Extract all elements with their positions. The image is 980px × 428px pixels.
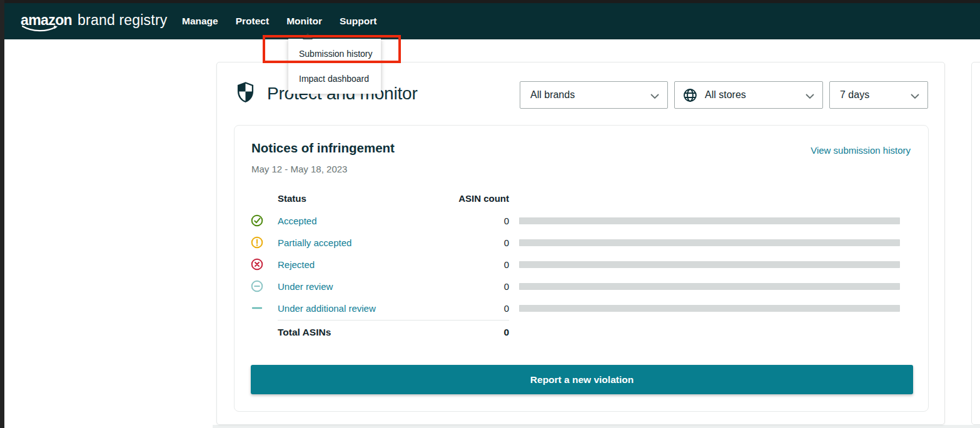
total-asins-label: Total ASINs xyxy=(278,327,331,338)
globe-icon xyxy=(683,88,697,102)
rejected-x-icon xyxy=(251,258,263,271)
window-left-edge xyxy=(0,0,4,428)
under-additional-review-dash-icon xyxy=(251,302,263,314)
count-bar xyxy=(519,217,900,224)
view-submission-history-link[interactable]: View submission history xyxy=(811,145,911,156)
status-link-rejected[interactable]: Rejected xyxy=(278,259,315,270)
page-bottom-background xyxy=(213,425,980,428)
all-stores-dropdown[interactable]: All stores xyxy=(674,81,823,109)
all-stores-value: All stores xyxy=(705,89,746,101)
chevron-down-icon xyxy=(650,94,659,99)
nav-item-support[interactable]: Support xyxy=(340,16,376,27)
dropdown-caret-icon xyxy=(303,33,313,39)
amazon-smile-icon xyxy=(22,25,59,32)
asin-count-under-review: 0 xyxy=(447,281,509,292)
adjacent-card-edge xyxy=(971,62,980,425)
notices-title: Notices of infringement xyxy=(251,141,395,156)
time-period-dropdown[interactable]: 7 days xyxy=(829,81,928,109)
monitor-dropdown-menu: Submission history Impact dashboard xyxy=(288,39,381,94)
asin-count-under-additional-review: 0 xyxy=(447,303,509,314)
status-link-under-additional-review[interactable]: Under additional review xyxy=(278,303,376,314)
count-bar xyxy=(519,305,900,312)
asin-count-rejected: 0 xyxy=(447,259,509,270)
amazon-logo-text: amazon xyxy=(21,12,72,28)
status-link-under-review[interactable]: Under review xyxy=(278,281,333,292)
under-review-minus-icon xyxy=(251,280,263,292)
asin-count-accepted: 0 xyxy=(447,216,509,226)
nav-item-monitor[interactable]: Monitor xyxy=(286,16,322,27)
count-bar xyxy=(519,283,900,290)
table-divider xyxy=(278,320,509,321)
app-header: amazon brand registry Manage Protect Mon… xyxy=(4,3,980,39)
count-bar xyxy=(519,261,900,268)
status-link-partially-accepted[interactable]: Partially accepted xyxy=(278,237,351,248)
chevron-down-icon xyxy=(911,94,919,99)
shield-icon xyxy=(237,82,254,102)
asin-count-column-header: ASIN count xyxy=(415,193,509,204)
count-bar xyxy=(519,239,900,246)
all-brands-dropdown[interactable]: All brands xyxy=(520,81,668,109)
asin-count-partially-accepted: 0 xyxy=(447,237,509,248)
amazon-brand-registry-logo[interactable]: amazon brand registry xyxy=(21,12,167,28)
window-top-edge xyxy=(0,0,980,3)
menu-item-submission-history[interactable]: Submission history xyxy=(288,41,381,66)
main-nav: Manage Protect Monitor Support xyxy=(182,3,376,39)
status-column-header: Status xyxy=(278,193,306,204)
protect-and-monitor-card: Protect and monitor All brands All store… xyxy=(216,62,945,425)
total-asins-count: 0 xyxy=(447,327,509,338)
all-brands-value: All brands xyxy=(530,89,575,101)
chevron-down-icon xyxy=(806,94,814,99)
notices-of-infringement-card: Notices of infringement View submission … xyxy=(234,125,929,412)
menu-item-impact-dashboard[interactable]: Impact dashboard xyxy=(288,66,381,91)
nav-item-manage[interactable]: Manage xyxy=(182,16,218,27)
report-new-violation-button[interactable]: Report a new violation xyxy=(251,365,913,394)
time-period-value: 7 days xyxy=(840,89,869,101)
accepted-check-icon xyxy=(251,214,263,227)
brand-registry-logo-text: brand registry xyxy=(78,12,167,28)
status-link-accepted[interactable]: Accepted xyxy=(278,216,317,226)
nav-item-protect[interactable]: Protect xyxy=(236,16,269,27)
date-range: May 12 - May 18, 2023 xyxy=(251,164,347,174)
partially-accepted-exclamation-icon xyxy=(251,236,263,249)
